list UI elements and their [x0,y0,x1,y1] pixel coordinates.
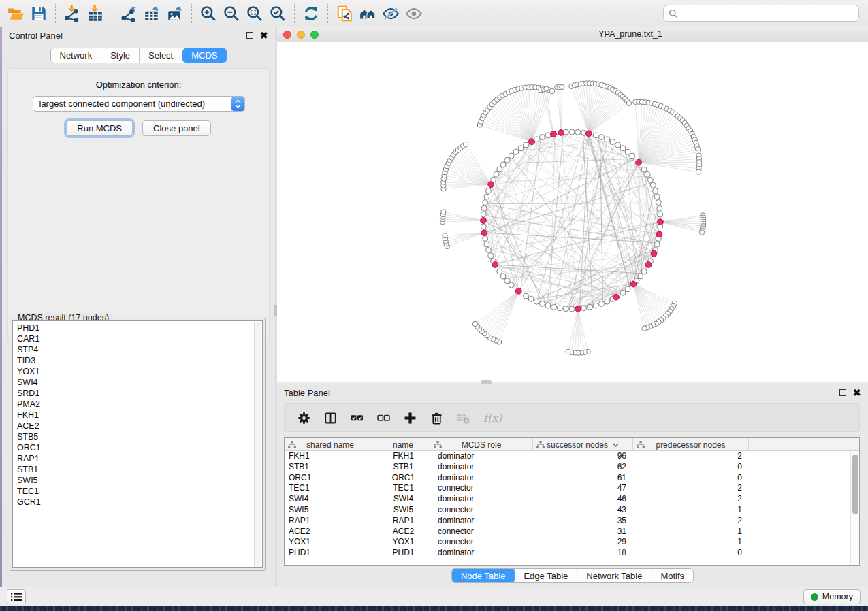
cell-mcds-role[interactable]: connector [430,505,533,516]
cell-mcds-role[interactable]: dominator [430,494,533,505]
table-scrollbar[interactable] [850,451,859,565]
table-scrollbar-thumb[interactable] [852,455,858,514]
tab-select[interactable]: Select [140,48,182,63]
cell-shared-name[interactable]: RAP1 [285,516,376,527]
table-row[interactable]: RAP1RAP1dominator352 [285,516,859,527]
cell-successor-nodes[interactable]: 35 [533,516,633,527]
memory-button[interactable]: Memory [803,589,861,604]
cell-mcds-role[interactable]: dominator [430,516,533,527]
cell-name[interactable]: ACE2 [376,527,430,538]
cell-successor-nodes[interactable]: 47 [533,483,633,494]
cell-name[interactable]: FKH1 [376,451,430,462]
export-table-button[interactable] [140,3,163,24]
cell-name[interactable]: SWI4 [376,494,430,505]
mcds-result-item[interactable]: ORC1 [13,442,262,453]
cell-successor-nodes[interactable]: 29 [533,537,633,548]
mcds-result-item[interactable]: GCR1 [13,497,262,508]
table-row[interactable]: TEC1TEC1connector472 [285,483,859,494]
add-row-button[interactable] [404,412,417,425]
mcds-result-item[interactable]: TID3 [13,355,262,366]
float-panel-icon[interactable] [839,389,846,396]
table-options-button[interactable] [298,412,310,425]
column-header-successor-nodes[interactable]: successor nodes [533,438,633,451]
table-row[interactable]: ACE2ACE2connector311 [285,527,859,538]
mcds-result-item[interactable]: CAR1 [13,333,262,344]
clone-network-button[interactable] [333,3,356,24]
cell-name[interactable]: PHD1 [376,548,430,559]
export-network-button[interactable] [117,3,140,24]
export-image-button[interactable] [163,3,187,24]
float-panel-icon[interactable] [246,32,253,39]
cell-successor-nodes[interactable]: 43 [533,505,633,516]
delete-rows-button[interactable] [430,412,443,425]
mcds-result-item[interactable]: PMA2 [13,399,262,410]
save-session-button[interactable] [27,3,50,24]
cell-name[interactable]: RAP1 [376,516,430,527]
mcds-result-item[interactable]: FKH1 [13,410,262,420]
cell-shared-name[interactable]: SWI4 [285,494,376,505]
cell-mcds-role[interactable]: dominator [430,451,533,462]
mcds-result-item[interactable]: SRD1 [13,388,262,399]
table-row[interactable]: SWI5SWI5connector431 [285,505,859,516]
tab-node-table[interactable]: Node Table [452,569,515,582]
mcds-result-item[interactable]: STB5 [13,431,262,442]
search-input[interactable] [681,7,858,20]
refresh-layout-button[interactable] [300,3,323,24]
table-row[interactable]: STB1STB1dominator620 [285,462,859,473]
close-panel-icon[interactable]: ✖ [259,31,268,40]
table-row[interactable]: PHD1PHD1dominator180 [285,548,859,559]
cell-predecessor-nodes[interactable]: 0 [633,462,749,473]
mcds-result-item[interactable]: ACE2 [13,420,262,431]
cell-successor-nodes[interactable]: 61 [533,473,633,484]
search-field[interactable] [663,5,859,22]
zoom-out-button[interactable] [220,3,243,24]
column-header-shared-name[interactable]: shared name [285,438,376,451]
cell-name[interactable]: SWI5 [376,505,430,516]
cell-mcds-role[interactable]: dominator [430,473,533,484]
import-network-button[interactable] [61,3,84,24]
mcds-result-item[interactable]: RAP1 [13,453,262,464]
zoom-in-button[interactable] [197,3,220,24]
cell-successor-nodes[interactable]: 62 [533,462,633,473]
cell-name[interactable]: TEC1 [376,483,430,494]
tab-style[interactable]: Style [101,48,140,63]
mcds-result-item[interactable]: SWI5 [13,475,262,486]
tab-motifs[interactable]: Motifs [652,569,693,582]
cell-predecessor-nodes[interactable]: 1 [633,527,749,538]
tab-network[interactable]: Network [50,48,101,63]
cell-shared-name[interactable]: FKH1 [285,451,376,462]
network-canvas[interactable] [277,42,868,382]
column-header-predecessor-nodes[interactable]: predecessor nodes [633,438,749,451]
select-all-rows-button[interactable] [351,412,364,425]
mcds-list-scrollbar[interactable] [254,322,261,567]
mcds-result-item[interactable]: TEC1 [13,486,262,497]
cell-shared-name[interactable]: STB1 [285,462,376,473]
show-all-button[interactable] [402,3,425,24]
cell-mcds-role[interactable]: connector [430,527,533,538]
cell-shared-name[interactable]: ORC1 [285,473,376,484]
cell-mcds-role[interactable]: connector [430,483,533,494]
cell-shared-name[interactable]: ACE2 [285,527,376,538]
cell-name[interactable]: YOX1 [376,537,430,548]
mcds-result-item[interactable]: STP4 [13,344,262,355]
close-panel-icon[interactable]: ✖ [852,389,861,397]
tab-edge-table[interactable]: Edge Table [515,569,577,582]
show-columns-button[interactable] [324,412,337,425]
cell-shared-name[interactable]: YOX1 [285,537,376,548]
table-row[interactable]: SWI4SWI4dominator462 [285,494,859,505]
import-table-button[interactable] [84,3,107,24]
cell-successor-nodes[interactable]: 96 [533,451,633,462]
table-row[interactable]: YOX1YOX1connector291 [285,537,859,548]
tab-network-table[interactable]: Network Table [577,569,652,582]
cell-mcds-role[interactable]: connector [430,537,533,548]
hide-selected-button[interactable] [379,3,402,24]
cell-successor-nodes[interactable]: 46 [533,494,633,505]
cell-predecessor-nodes[interactable]: 2 [633,483,749,494]
cell-mcds-role[interactable]: dominator [430,548,533,559]
first-neighbors-button[interactable] [356,3,379,24]
cell-predecessor-nodes[interactable]: 1 [633,505,749,516]
cell-predecessor-nodes[interactable]: 1 [633,537,749,548]
cell-shared-name[interactable]: TEC1 [285,483,376,494]
criterion-dropdown[interactable]: largest connected component (undirected) [33,96,245,112]
cell-predecessor-nodes[interactable]: 2 [633,494,749,505]
